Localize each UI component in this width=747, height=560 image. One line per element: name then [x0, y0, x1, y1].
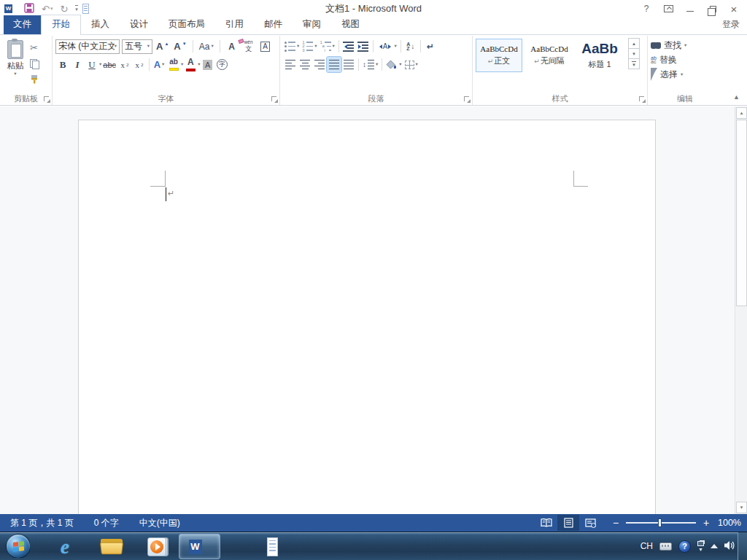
italic-button[interactable]: I [70, 57, 85, 72]
tab-view[interactable]: 视图 [331, 15, 370, 34]
style-normal[interactable]: AaBbCcDd ↵正文 [476, 39, 522, 72]
sort-button[interactable]: A Z ↓ [403, 39, 418, 54]
borders-button[interactable]: ▾ [403, 57, 419, 72]
strikethrough-button[interactable]: abc [101, 57, 117, 72]
zoom-out-button[interactable]: − [611, 517, 620, 529]
tab-home[interactable]: 开始 [41, 15, 81, 35]
paste-dropdown-icon[interactable]: ▾ [14, 71, 16, 77]
decrease-indent-button[interactable] [341, 39, 356, 54]
zoom-slider[interactable] [626, 522, 696, 524]
asian-layout-dropdown-icon[interactable]: ▾ [394, 44, 396, 49]
document-canvas[interactable]: ↵ ▲ ▼ [0, 106, 747, 514]
tab-file[interactable]: 文件 [4, 15, 41, 34]
justify-button[interactable] [327, 57, 341, 72]
enclose-characters-button[interactable]: 字 [215, 57, 230, 72]
clipboard-dialog-launcher[interactable] [44, 96, 50, 103]
show-desktop-button[interactable] [738, 532, 747, 560]
bullets-dropdown-icon[interactable]: ▾ [297, 44, 299, 49]
web-layout-button[interactable] [579, 515, 601, 531]
taskbar-media-player[interactable] [144, 535, 169, 559]
text-effects-button[interactable]: A▾ [152, 57, 166, 72]
word-count-status[interactable]: 0 个字 [84, 514, 129, 532]
asian-layout-button[interactable]: A ▾ [376, 39, 398, 54]
superscript-button[interactable]: x2 [132, 57, 147, 72]
multilevel-dropdown-icon[interactable]: ▾ [333, 44, 335, 49]
grow-font-button[interactable]: A▲ [155, 39, 170, 54]
vertical-scrollbar[interactable]: ▲ ▼ [735, 106, 747, 514]
style-heading-1[interactable]: AaBb 标题 1 [576, 39, 623, 72]
paragraph-dialog-launcher[interactable] [464, 96, 471, 103]
zoom-level-button[interactable]: 100% [711, 518, 741, 528]
clear-formatting-button[interactable]: A [225, 39, 239, 54]
borders-dropdown-icon[interactable]: ▾ [416, 62, 418, 67]
volume-button[interactable] [724, 540, 735, 553]
collapse-ribbon-button[interactable]: ▲ [733, 93, 740, 101]
sign-in-link[interactable]: 登录 [715, 15, 747, 34]
align-right-button[interactable] [312, 57, 327, 72]
replace-button[interactable]: ab ac 替换 [651, 54, 719, 66]
tab-mailings[interactable]: 邮件 [254, 15, 293, 34]
tab-page-layout[interactable]: 页面布局 [158, 15, 215, 34]
font-name-dropdown-icon[interactable]: ▾ [115, 44, 117, 49]
paste-button[interactable]: 粘贴 ▾ [3, 39, 28, 93]
text-effects-dropdown-icon[interactable]: ▾ [162, 62, 164, 67]
align-left-button[interactable] [283, 57, 298, 72]
subscript-button[interactable]: x2 [117, 57, 132, 72]
underline-button[interactable]: U [85, 57, 99, 72]
cut-button[interactable]: ✂ [30, 41, 44, 54]
help-button[interactable]: ? [636, 1, 657, 16]
align-center-button[interactable] [298, 57, 312, 72]
bullets-button[interactable]: ▾ [283, 39, 301, 54]
zoom-in-button[interactable]: + [702, 517, 711, 529]
font-size-combobox[interactable]: 五号 ▾ [122, 39, 152, 54]
styles-more-button[interactable]: ▼ [628, 58, 640, 69]
zoom-slider-thumb[interactable] [658, 518, 662, 527]
tab-design[interactable]: 设计 [120, 15, 158, 34]
numbering-button[interactable]: 1 2 3 ▾ [301, 39, 318, 54]
scroll-down-button[interactable]: ▼ [736, 502, 747, 513]
font-name-combobox[interactable]: 宋体 (中文正文 ▾ [55, 39, 120, 54]
taskbar-file-explorer[interactable] [99, 535, 124, 559]
change-case-button[interactable]: Aa▾ [198, 39, 215, 54]
line-spacing-dropdown-icon[interactable]: ▾ [376, 62, 378, 67]
select-dropdown-icon[interactable]: ▾ [681, 72, 683, 77]
character-border-button[interactable]: A [258, 39, 273, 54]
close-button[interactable]: × [724, 1, 744, 16]
taskbar-word-button-active[interactable]: W [179, 534, 220, 559]
text-highlight-button[interactable]: ab [166, 57, 181, 72]
restore-button[interactable] [702, 1, 722, 16]
distribute-button[interactable] [341, 57, 356, 72]
start-button[interactable] [6, 534, 31, 559]
select-button[interactable]: 选择 ▾ [651, 69, 719, 80]
show-hidden-icons-button[interactable] [711, 544, 718, 548]
line-spacing-button[interactable]: ↕ ▾ [361, 57, 379, 72]
shading-button[interactable]: ▾ [384, 57, 403, 72]
shading-dropdown-icon[interactable]: ▾ [399, 62, 401, 67]
minimize-button[interactable] [680, 1, 700, 16]
print-layout-button[interactable] [557, 515, 579, 531]
format-painter-button[interactable] [30, 73, 44, 86]
copy-button[interactable] [30, 57, 44, 70]
scrollbar-thumb[interactable] [736, 120, 747, 306]
shrink-font-button[interactable]: A▼ [172, 39, 187, 54]
page-number-status[interactable]: 第 1 页，共 1 页 [0, 514, 84, 532]
ribbon-display-options-button[interactable] [658, 1, 678, 16]
styles-dialog-launcher[interactable] [639, 96, 646, 103]
ime-toolbar-restore[interactable]: ▼ [697, 541, 704, 551]
taskbar-internet-explorer[interactable]: e [53, 535, 77, 559]
styles-scroll-down-button[interactable]: ▼ [628, 48, 640, 59]
language-status[interactable]: 中文(中国) [129, 514, 190, 532]
tab-review[interactable]: 审阅 [293, 15, 331, 34]
font-color-button[interactable]: A [183, 57, 198, 72]
change-case-dropdown-icon[interactable]: ▾ [211, 44, 213, 49]
scroll-up-button[interactable]: ▲ [736, 107, 747, 119]
find-button[interactable]: 查找 ▾ [651, 39, 719, 51]
font-dialog-launcher[interactable] [271, 96, 278, 103]
tab-references[interactable]: 引用 [215, 15, 254, 34]
character-shading-button[interactable]: A [201, 57, 215, 72]
document-page[interactable] [78, 120, 656, 514]
numbering-dropdown-icon[interactable]: ▾ [314, 44, 317, 49]
multilevel-list-button[interactable]: 1 a i ▾ [319, 39, 336, 54]
keyboard-icon[interactable] [659, 542, 672, 551]
tray-help-icon[interactable]: ? [678, 540, 691, 553]
